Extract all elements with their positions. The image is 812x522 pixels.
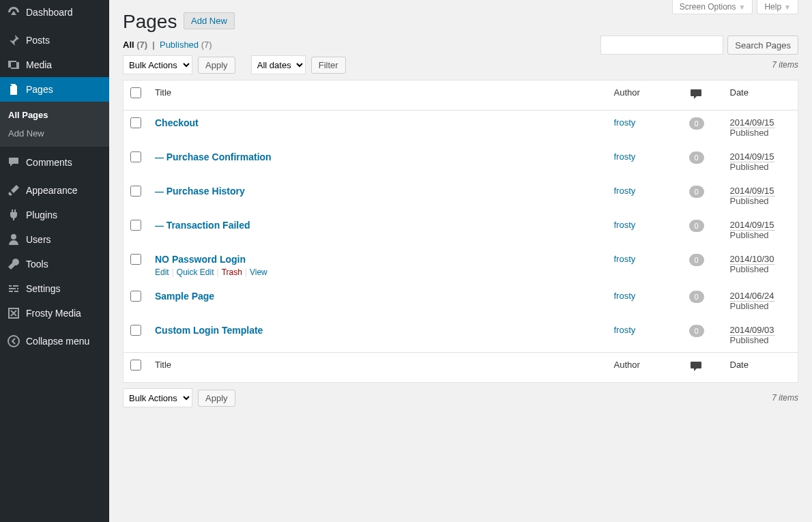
table-row: — Transaction Failedfrosty02014/09/15Pub… (124, 213, 798, 247)
comment-count[interactable]: 0 (689, 291, 704, 303)
column-author[interactable]: Author (607, 81, 682, 111)
author-link[interactable]: frosty (614, 151, 636, 162)
sidebar-item-dashboard[interactable]: Dashboard (0, 0, 109, 25)
collapse-icon (7, 334, 20, 348)
quick-edit-link[interactable]: Quick Edit (177, 267, 214, 277)
sidebar-item-frosty-media[interactable]: Frosty Media (0, 301, 109, 325)
sidebar-item-collapse-menu[interactable]: Collapse menu (0, 329, 109, 353)
row-checkbox[interactable] (130, 325, 141, 336)
bulk-apply-button-bottom[interactable]: Apply (198, 390, 235, 407)
row-checkbox[interactable] (130, 117, 141, 128)
child-indicator: — (155, 220, 166, 231)
comment-count[interactable]: 0 (689, 325, 704, 337)
sidebar-item-comments[interactable]: Comments (0, 150, 109, 175)
author-link[interactable]: frosty (614, 325, 636, 335)
comment-count[interactable]: 0 (689, 151, 704, 164)
table-row: Checkoutfrosty02014/09/15Published (124, 111, 798, 145)
bulk-actions-select-bottom[interactable]: Bulk Actions (123, 388, 192, 407)
dates-select[interactable]: All dates (251, 55, 306, 74)
filter-published[interactable]: Published (7) (160, 40, 212, 50)
column-author-foot[interactable]: Author (607, 353, 682, 383)
row-checkbox[interactable] (130, 220, 141, 231)
sidebar-item-label: Frosty Media (26, 308, 81, 319)
author-link[interactable]: frosty (614, 291, 636, 301)
bulk-apply-button[interactable]: Apply (198, 57, 235, 74)
trash-link[interactable]: Trash (222, 267, 242, 277)
table-row: NO Password LoginEdit|Quick Edit|Trash|V… (124, 247, 798, 284)
select-all-checkbox[interactable] (130, 87, 141, 98)
comment-icon (689, 87, 703, 101)
column-title[interactable]: Title (148, 81, 607, 111)
filter-all[interactable]: All (7) (123, 40, 147, 50)
row-checkbox[interactable] (130, 291, 141, 302)
help-tab[interactable]: Help▼ (757, 0, 798, 14)
sidebar-item-media[interactable]: Media (0, 53, 109, 77)
row-checkbox[interactable] (130, 186, 141, 197)
sidebar-item-label: Pages (26, 84, 53, 95)
item-count: 7 items (772, 60, 798, 70)
search-button[interactable]: Search Pages (727, 35, 798, 55)
search-input[interactable] (600, 35, 723, 55)
item-count-bottom: 7 items (772, 393, 798, 403)
row-date: 2014/10/30 (730, 254, 774, 265)
comment-count[interactable]: 0 (689, 117, 704, 130)
column-comments-foot[interactable] (682, 353, 723, 383)
filter-button[interactable]: Filter (311, 57, 346, 74)
page-title-link[interactable]: Sample Page (155, 291, 214, 302)
comment-count[interactable]: 0 (689, 186, 704, 198)
select-all-checkbox-bottom[interactable] (130, 360, 141, 371)
row-checkbox[interactable] (130, 151, 141, 162)
page-title-link[interactable]: Custom Login Template (155, 325, 263, 336)
sidebar-item-posts[interactable]: Posts (0, 28, 109, 53)
add-new-button[interactable]: Add New (184, 12, 235, 29)
row-status: Published (730, 301, 769, 311)
user-icon (7, 233, 20, 246)
page-title-link[interactable]: Purchase Confirmation (166, 151, 272, 162)
media-icon (7, 58, 20, 72)
author-link[interactable]: frosty (614, 254, 636, 264)
comment-icon (7, 156, 20, 169)
column-date-foot[interactable]: Date (723, 353, 798, 383)
author-link[interactable]: frosty (614, 117, 636, 128)
screen-meta-tabs: Screen Options▼ Help▼ (672, 0, 798, 14)
sidebar-item-pages[interactable]: Pages (0, 77, 109, 102)
row-date: 2014/09/03 (730, 325, 774, 336)
sidebar-item-tools[interactable]: Tools (0, 252, 109, 276)
column-comments[interactable] (682, 81, 723, 111)
row-checkbox[interactable] (130, 254, 141, 265)
column-title-foot[interactable]: Title (148, 353, 607, 383)
edit-link[interactable]: Edit (155, 267, 169, 277)
sidebar-item-label: Media (26, 59, 52, 70)
child-indicator: — (155, 186, 166, 197)
chevron-down-icon: ▼ (739, 3, 746, 11)
sidebar-item-appearance[interactable]: Appearance (0, 178, 109, 203)
row-status: Published (730, 230, 769, 240)
sidebar-item-users[interactable]: Users (0, 227, 109, 252)
sidebar-item-plugins[interactable]: Plugins (0, 203, 109, 227)
column-date[interactable]: Date (723, 81, 798, 111)
sidebar-item-label: Tools (26, 259, 48, 270)
sidebar-item-settings[interactable]: Settings (0, 276, 109, 301)
author-link[interactable]: frosty (614, 220, 636, 230)
row-date: 2014/09/15 (730, 220, 774, 231)
table-row: — Purchase Confirmationfrosty02014/09/15… (124, 145, 798, 179)
screen-options-tab[interactable]: Screen Options▼ (672, 0, 753, 14)
comment-icon (689, 360, 703, 373)
pages-table: Title Author Date Checkoutfrosty02014/09… (123, 80, 798, 383)
submenu-item-add-new[interactable]: Add New (0, 124, 109, 143)
sidebar-item-label: Dashboard (26, 7, 73, 18)
sidebar-item-label: Collapse menu (26, 336, 89, 347)
row-status: Published (730, 264, 769, 274)
pin-icon (7, 33, 20, 47)
view-link[interactable]: View (250, 267, 267, 277)
page-title-link[interactable]: NO Password Login (155, 254, 246, 265)
comment-count[interactable]: 0 (689, 220, 704, 232)
sidebar-item-label: Posts (26, 35, 50, 46)
bulk-actions-select[interactable]: Bulk Actions (123, 55, 192, 74)
submenu-item-all-pages[interactable]: All Pages (0, 106, 109, 124)
page-title-link[interactable]: Checkout (155, 117, 199, 128)
page-title-link[interactable]: Purchase History (166, 186, 245, 197)
comment-count[interactable]: 0 (689, 254, 704, 266)
author-link[interactable]: frosty (614, 186, 636, 196)
page-title-link[interactable]: Transaction Failed (166, 220, 250, 231)
